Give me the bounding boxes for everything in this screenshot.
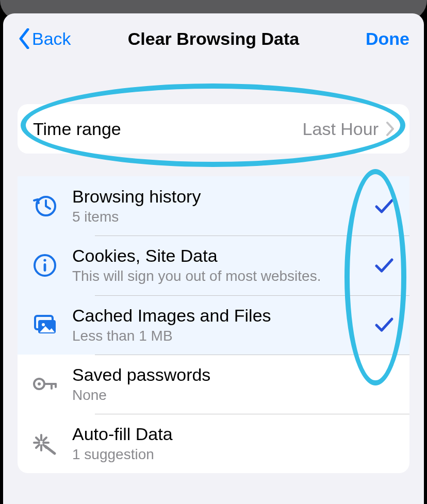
row-body: Auto-fill Data 1 suggestion: [72, 424, 395, 463]
row-body: Saved passwords None: [72, 365, 395, 404]
history-icon: [31, 192, 59, 220]
checkmark-icon: [373, 255, 395, 276]
row-title: Cookies, Site Data: [72, 246, 367, 266]
row-browsing-history[interactable]: Browsing history 5 items: [18, 176, 409, 236]
row-title: Cached Images and Files: [72, 306, 367, 326]
row-passwords[interactable]: Saved passwords None: [18, 355, 409, 414]
key-icon: [31, 370, 59, 398]
data-types-group: Browsing history 5 items Cookies, Site D…: [18, 176, 409, 473]
svg-point-2: [43, 259, 46, 261]
done-button[interactable]: Done: [366, 29, 409, 49]
row-subtitle: Less than 1 MB: [72, 328, 367, 344]
time-range-group: Time range Last Hour: [18, 104, 409, 154]
row-cookies[interactable]: Cookies, Site Data This will sign you ou…: [18, 236, 409, 295]
time-range-value: Last Hour: [303, 119, 379, 139]
row-subtitle: This will sign you out of most websites.: [72, 268, 367, 284]
row-autofill[interactable]: Auto-fill Data 1 suggestion: [18, 414, 409, 473]
row-body: Cookies, Site Data This will sign you ou…: [72, 246, 367, 284]
chevron-right-icon: [386, 121, 395, 137]
svg-line-18: [36, 445, 39, 448]
time-range-label: Time range: [33, 119, 121, 139]
svg-rect-3: [44, 263, 46, 272]
row-body: Browsing history 5 items: [72, 187, 367, 225]
chevron-left-icon: [18, 28, 31, 49]
settings-sheet: Back Clear Browsing Data Done Time range…: [3, 13, 424, 504]
images-icon: [31, 311, 59, 339]
svg-line-19: [43, 438, 46, 441]
row-title: Auto-fill Data: [72, 424, 395, 444]
info-icon: [31, 251, 59, 279]
time-range-value-wrap: Last Hour: [303, 119, 395, 139]
checkmark-icon: [373, 195, 395, 217]
row-subtitle: None: [72, 387, 395, 404]
svg-line-20: [45, 446, 55, 453]
checkmark-icon: [373, 314, 395, 335]
autofill-icon: [31, 430, 59, 458]
svg-point-6: [42, 323, 45, 326]
navigation-bar: Back Clear Browsing Data Done: [3, 13, 424, 64]
svg-line-16: [36, 438, 39, 441]
row-title: Saved passwords: [72, 365, 395, 385]
back-button-label: Back: [32, 29, 71, 49]
row-subtitle: 5 items: [72, 209, 367, 225]
row-title: Browsing history: [72, 187, 367, 207]
back-button[interactable]: Back: [18, 28, 71, 49]
row-cache[interactable]: Cached Images and Files Less than 1 MB: [18, 295, 409, 355]
svg-point-8: [38, 382, 41, 385]
time-range-row[interactable]: Time range Last Hour: [18, 104, 409, 154]
row-subtitle: 1 suggestion: [72, 446, 395, 463]
row-body: Cached Images and Files Less than 1 MB: [72, 306, 367, 344]
